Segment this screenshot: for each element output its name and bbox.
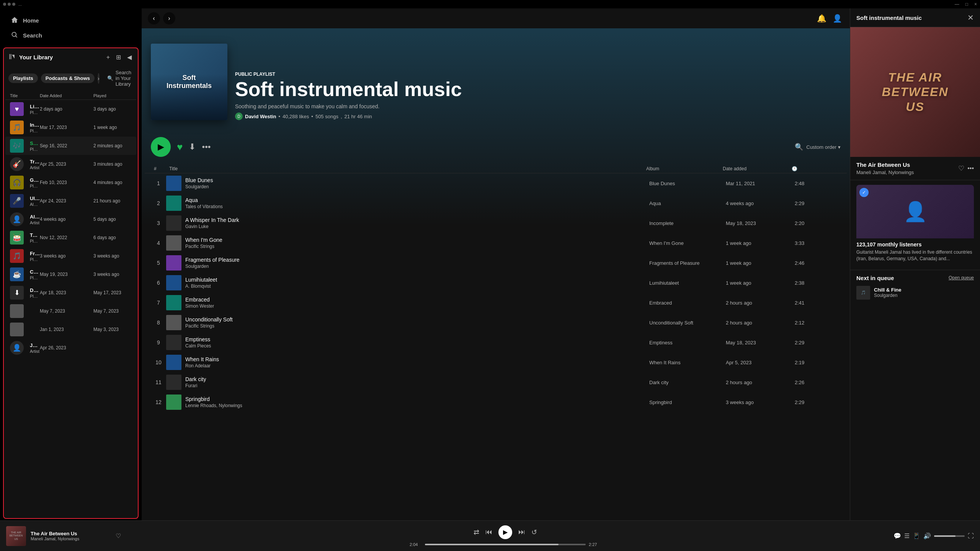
artist-card-image: 👤 (856, 185, 974, 238)
nav-home[interactable]: Home (6, 13, 136, 28)
track-duration: 2:29 (795, 340, 825, 346)
track-row[interactable]: 11 Dark city Furari Dark city 2 hours ag… (148, 372, 844, 392)
track-search-button[interactable]: 🔍 (795, 143, 803, 151)
repeat-button[interactable]: ↺ (531, 528, 537, 536)
download-button[interactable]: ⬇ (189, 142, 196, 152)
play-pause-button[interactable]: ▶ (498, 525, 512, 539)
library-item-subtitle: Playlist • Cafe Music BGM channel (30, 276, 40, 280)
fullscreen-button[interactable]: ⛶ (968, 533, 974, 540)
track-row[interactable]: 8 Unconditionally Soft Pacific Strings U… (148, 313, 844, 333)
library-list-item[interactable]: 🥁Tabla InstrumentalsPlaylist • Sachin ba… (5, 228, 136, 247)
notifications-button[interactable]: 🔔 (815, 12, 828, 24)
library-search-button[interactable]: 🔍 Search in Your Library (104, 68, 134, 89)
titlebar: ... — □ × (0, 0, 980, 8)
track-date-added: 1 week ago (726, 260, 795, 266)
library-list-item[interactable]: 🎤Ultimate Hip Hop Instrumenta...Album • … (5, 192, 136, 210)
sort-order-button[interactable]: Custom order ▾ (806, 144, 841, 150)
library-item-thumb (10, 304, 24, 318)
track-row[interactable]: 5 Fragments of Pleasure Soulgarden Fragm… (148, 253, 844, 273)
maximize-button[interactable]: □ (965, 2, 968, 7)
library-list-item[interactable]: ⬇DOWN LOWPlaylist • SpotifyApr 18, 2023M… (5, 284, 136, 302)
library-list-item[interactable]: May 7, 2023May 7, 2023 (5, 302, 136, 320)
track-row[interactable]: 3 A Whisper In The Dark Gavin Luke Incom… (148, 213, 844, 233)
window-controls[interactable]: — □ × (955, 2, 977, 7)
playlist-controls: ▶ ♥ ⬇ ••• 🔍 Custom order ▾ (142, 129, 850, 165)
track-row[interactable]: 9 Emptiness Calm Pieces Emptiness May 18… (148, 333, 844, 352)
play-large-button[interactable]: ▶ (151, 137, 171, 157)
next-button[interactable]: ⏭ (518, 528, 525, 536)
player-center: ⇄ ⏮ ▶ ⏭ ↺ 2:04 2:27 (127, 525, 884, 547)
library-list-item[interactable]: 🎵Freestyle BeatsPlaylist • Spotify3 week… (5, 247, 136, 265)
library-list-item[interactable]: 🎵Instrumental Rap SongsPlaylist • Manesh… (5, 118, 136, 137)
close-panel-button[interactable]: ✕ (967, 13, 974, 22)
device-button[interactable]: 📱 (913, 532, 920, 540)
grid-view-button[interactable]: ⊞ (114, 52, 122, 62)
track-album: Incomplete (649, 220, 726, 226)
library-item-played: 3 minutes ago (93, 161, 132, 167)
filter-playlists[interactable]: Playlists (8, 73, 38, 83)
recents-dropdown[interactable]: Recents ▾ (137, 75, 139, 81)
track-row[interactable]: 1 Blue Dunes Soulgarden Blue Dunes Mar 1… (148, 173, 844, 193)
filter-podcasts[interactable]: Podcasts & Shows (41, 73, 95, 83)
track-row[interactable]: 10 When It Rains Ron Adelaar When It Rai… (148, 352, 844, 372)
queue-button[interactable]: ☰ (904, 532, 910, 540)
collapse-library-button[interactable]: ◀ (126, 52, 133, 62)
nav-search[interactable]: Search (6, 28, 136, 43)
minimize-button[interactable]: — (955, 2, 959, 7)
volume-track[interactable] (934, 535, 965, 537)
track-title: Emptiness (185, 336, 211, 342)
player-heart-button[interactable]: ♡ (116, 532, 121, 540)
track-album: Dark city (649, 380, 726, 385)
artist-section: 👤 ✓ 123,107 monthly listeners Guitarist … (850, 180, 980, 270)
shuffle-button[interactable]: ⇄ (474, 528, 479, 536)
panel-more-button[interactable]: ••• (967, 165, 974, 172)
player-track-title: The Air Between Us (31, 531, 111, 536)
library-icon (8, 53, 16, 62)
library-item-date: 3 weeks ago (40, 253, 93, 259)
track-row[interactable]: 2 Aqua Tales of Vibrations Aqua 4 weeks … (148, 193, 844, 213)
author-name[interactable]: David Westin (245, 114, 276, 119)
progress-track[interactable] (425, 544, 586, 545)
lyrics-button[interactable]: 💬 (893, 532, 901, 540)
track-title: Dark city (185, 376, 206, 382)
back-button[interactable]: ‹ (148, 12, 160, 24)
add-library-button[interactable]: + (105, 52, 111, 62)
library-list-item[interactable]: 👤John DenverArtistApr 26, 2023 (5, 339, 136, 357)
library-item-title: DOWN LOW (30, 287, 40, 293)
col-date-added: Date Added (40, 93, 93, 98)
library-list-item[interactable]: Jan 1, 2023May 3, 2023 (5, 320, 136, 339)
library-list-item[interactable]: ☕CAFE MUSIC ~STUDIO GHIB...Playlist • Ca… (5, 265, 136, 284)
library-item-title: Alison Goldfrapp (30, 214, 40, 220)
playlist-title: Soft instrumental music (235, 78, 841, 100)
filter-chevron-button[interactable]: › (98, 73, 100, 84)
forward-button[interactable]: › (163, 12, 175, 24)
library-item-date: Sep 16, 2022 (40, 143, 93, 148)
library-item-subtitle: Artist (30, 220, 40, 225)
track-row[interactable]: 7 Embraced Simon Wester Embraced 2 hours… (148, 293, 844, 313)
track-row[interactable]: 6 Lumihiutaleet A. Blomqvist Lumihiutale… (148, 273, 844, 293)
track-number: 6 (151, 280, 166, 286)
library-list-item[interactable]: 👤Alison GoldfrappArtist4 weeks ago5 days… (5, 210, 136, 228)
more-options-button[interactable]: ••• (202, 142, 211, 152)
track-row[interactable]: 4 When I'm Gone Pacific Strings When I'm… (148, 233, 844, 253)
track-artist: Gavin Luke (185, 224, 239, 229)
queue-item[interactable]: 🎵 Chill & Fine Soulgarden (856, 286, 974, 300)
prev-button[interactable]: ⏮ (485, 528, 492, 536)
library-item-title: Tabla Instrumentals (30, 232, 40, 238)
track-info: Lumihiutaleet A. Blomqvist (166, 275, 649, 290)
library-list-item[interactable]: 🎧Gold Instrumental BeatsPlaylist • Spoti… (5, 173, 136, 192)
close-button[interactable]: × (974, 2, 977, 7)
like-button[interactable]: ♥ (177, 141, 183, 153)
library-list-item[interactable]: 🎸TriviumArtistApr 25, 20233 minutes ago (5, 155, 136, 173)
library-filters: Playlists Podcasts & Shows › 🔍 Search in… (4, 66, 138, 92)
track-duration: 2:12 (795, 320, 825, 326)
panel-heart-button[interactable]: ♡ (958, 164, 964, 173)
open-queue-button[interactable]: Open queue (949, 275, 974, 280)
track-number: 1 (151, 180, 166, 186)
library-list-item[interactable]: ♥Liked SongsPlaylist • 448 songs2 days a… (5, 100, 136, 118)
track-row[interactable]: 12 Springbird Lennie Rhoads, Nylonwings … (148, 392, 844, 412)
profile-button[interactable]: 👤 (831, 12, 844, 24)
volume-button[interactable]: 🔊 (923, 532, 931, 540)
library-list-item[interactable]: 🎶Soft instrumental musicPlaylist • David… (5, 137, 136, 155)
track-number: 5 (151, 260, 166, 266)
